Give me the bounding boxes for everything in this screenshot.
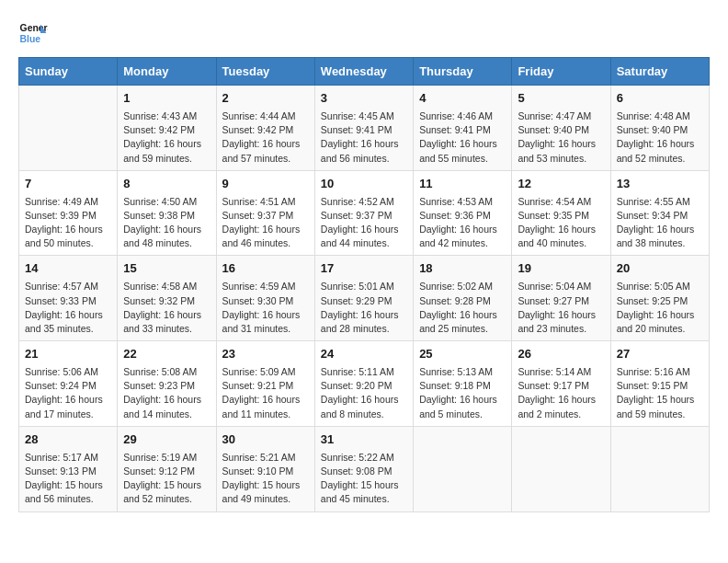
day-number: 7 <box>25 176 111 193</box>
day-number: 10 <box>321 176 407 193</box>
day-number: 19 <box>518 260 604 278</box>
calendar-cell: 12Sunrise: 4:54 AM Sunset: 9:35 PM Dayli… <box>512 170 610 256</box>
calendar-cell: 11Sunrise: 4:53 AM Sunset: 9:36 PM Dayli… <box>414 170 512 256</box>
day-number: 18 <box>419 260 506 278</box>
calendar-cell: 15Sunrise: 4:58 AM Sunset: 9:32 PM Dayli… <box>118 256 216 341</box>
day-info: Sunrise: 4:52 AM Sunset: 9:37 PM Dayligh… <box>321 195 407 251</box>
day-info: Sunrise: 5:14 AM Sunset: 9:17 PM Dayligh… <box>518 365 604 421</box>
calendar-cell: 6Sunrise: 4:48 AM Sunset: 9:40 PM Daylig… <box>610 86 709 171</box>
day-info: Sunrise: 4:54 AM Sunset: 9:35 PM Dayligh… <box>518 195 604 251</box>
calendar-week-row: 7Sunrise: 4:49 AM Sunset: 9:39 PM Daylig… <box>19 170 710 256</box>
calendar-cell: 27Sunrise: 5:16 AM Sunset: 9:15 PM Dayli… <box>610 341 709 427</box>
day-number: 15 <box>123 260 210 278</box>
day-number: 14 <box>25 260 111 278</box>
calendar-cell: 2Sunrise: 4:44 AM Sunset: 9:42 PM Daylig… <box>216 86 314 171</box>
day-number: 17 <box>321 260 407 278</box>
svg-text:Blue: Blue <box>20 34 41 44</box>
day-number: 3 <box>321 90 407 108</box>
day-info: Sunrise: 4:45 AM Sunset: 9:41 PM Dayligh… <box>321 109 407 166</box>
day-number: 12 <box>518 176 604 193</box>
calendar-cell: 14Sunrise: 4:57 AM Sunset: 9:33 PM Dayli… <box>19 256 118 341</box>
calendar-cell: 25Sunrise: 5:13 AM Sunset: 9:18 PM Dayli… <box>414 341 512 427</box>
day-info: Sunrise: 4:51 AM Sunset: 9:37 PM Dayligh… <box>222 195 309 251</box>
day-number: 29 <box>123 431 210 449</box>
day-info: Sunrise: 5:22 AM Sunset: 9:08 PM Dayligh… <box>321 451 407 507</box>
calendar-cell: 24Sunrise: 5:11 AM Sunset: 9:20 PM Dayli… <box>314 341 413 427</box>
day-info: Sunrise: 5:19 AM Sunset: 9:12 PM Dayligh… <box>123 451 210 507</box>
day-info: Sunrise: 5:08 AM Sunset: 9:23 PM Dayligh… <box>123 365 210 421</box>
weekday-header-sunday: Sunday <box>19 58 118 86</box>
day-number: 26 <box>518 346 604 363</box>
day-info: Sunrise: 5:01 AM Sunset: 9:29 PM Dayligh… <box>321 280 407 336</box>
day-number: 25 <box>419 346 506 363</box>
day-info: Sunrise: 5:11 AM Sunset: 9:20 PM Dayligh… <box>321 365 407 421</box>
calendar-cell: 30Sunrise: 5:21 AM Sunset: 9:10 PM Dayli… <box>216 426 314 511</box>
day-number: 22 <box>123 346 210 363</box>
day-info: Sunrise: 5:04 AM Sunset: 9:27 PM Dayligh… <box>518 280 604 336</box>
day-info: Sunrise: 4:50 AM Sunset: 9:38 PM Dayligh… <box>123 195 210 251</box>
day-info: Sunrise: 5:17 AM Sunset: 9:13 PM Dayligh… <box>25 451 111 507</box>
day-number: 24 <box>321 346 407 363</box>
calendar-cell: 18Sunrise: 5:02 AM Sunset: 9:28 PM Dayli… <box>414 256 512 341</box>
weekday-header-monday: Monday <box>118 58 216 86</box>
day-number: 9 <box>222 176 309 193</box>
day-number: 30 <box>222 431 309 449</box>
calendar-cell: 28Sunrise: 5:17 AM Sunset: 9:13 PM Dayli… <box>19 426 118 511</box>
weekday-header-row: SundayMondayTuesdayWednesdayThursdayFrid… <box>19 58 710 86</box>
calendar-cell <box>414 426 512 511</box>
day-info: Sunrise: 5:16 AM Sunset: 9:15 PM Dayligh… <box>617 365 703 421</box>
day-number: 20 <box>617 260 703 278</box>
calendar-cell: 8Sunrise: 4:50 AM Sunset: 9:38 PM Daylig… <box>118 170 216 256</box>
day-info: Sunrise: 4:49 AM Sunset: 9:39 PM Dayligh… <box>25 195 111 251</box>
day-info: Sunrise: 4:46 AM Sunset: 9:41 PM Dayligh… <box>419 109 506 166</box>
calendar-cell: 17Sunrise: 5:01 AM Sunset: 9:29 PM Dayli… <box>314 256 413 341</box>
calendar-cell: 3Sunrise: 4:45 AM Sunset: 9:41 PM Daylig… <box>314 86 413 171</box>
calendar-cell: 20Sunrise: 5:05 AM Sunset: 9:25 PM Dayli… <box>610 256 709 341</box>
calendar-cell: 21Sunrise: 5:06 AM Sunset: 9:24 PM Dayli… <box>19 341 118 427</box>
day-info: Sunrise: 4:58 AM Sunset: 9:32 PM Dayligh… <box>123 280 210 336</box>
calendar-cell: 26Sunrise: 5:14 AM Sunset: 9:17 PM Dayli… <box>512 341 610 427</box>
calendar-cell: 10Sunrise: 4:52 AM Sunset: 9:37 PM Dayli… <box>314 170 413 256</box>
day-info: Sunrise: 4:59 AM Sunset: 9:30 PM Dayligh… <box>222 280 309 336</box>
weekday-header-friday: Friday <box>512 58 610 86</box>
logo-icon: General Blue <box>18 18 48 48</box>
day-number: 21 <box>25 346 111 363</box>
page-header: General Blue <box>18 18 710 48</box>
day-info: Sunrise: 5:06 AM Sunset: 9:24 PM Dayligh… <box>25 365 111 421</box>
day-number: 16 <box>222 260 309 278</box>
calendar-cell: 9Sunrise: 4:51 AM Sunset: 9:37 PM Daylig… <box>216 170 314 256</box>
day-info: Sunrise: 5:13 AM Sunset: 9:18 PM Dayligh… <box>419 365 506 421</box>
day-info: Sunrise: 4:55 AM Sunset: 9:34 PM Dayligh… <box>617 195 703 251</box>
weekday-header-saturday: Saturday <box>610 58 709 86</box>
day-info: Sunrise: 5:21 AM Sunset: 9:10 PM Dayligh… <box>222 451 309 507</box>
calendar-cell: 13Sunrise: 4:55 AM Sunset: 9:34 PM Dayli… <box>610 170 709 256</box>
day-info: Sunrise: 4:43 AM Sunset: 9:42 PM Dayligh… <box>123 109 210 166</box>
day-info: Sunrise: 4:44 AM Sunset: 9:42 PM Dayligh… <box>222 109 309 166</box>
day-info: Sunrise: 5:05 AM Sunset: 9:25 PM Dayligh… <box>617 280 703 336</box>
day-number: 2 <box>222 90 309 108</box>
day-number: 11 <box>419 176 506 193</box>
day-info: Sunrise: 5:02 AM Sunset: 9:28 PM Dayligh… <box>419 280 506 336</box>
calendar-cell: 29Sunrise: 5:19 AM Sunset: 9:12 PM Dayli… <box>118 426 216 511</box>
day-info: Sunrise: 4:48 AM Sunset: 9:40 PM Dayligh… <box>617 109 703 166</box>
day-number: 31 <box>321 431 407 449</box>
day-number: 28 <box>25 431 111 449</box>
calendar-cell: 19Sunrise: 5:04 AM Sunset: 9:27 PM Dayli… <box>512 256 610 341</box>
day-info: Sunrise: 4:47 AM Sunset: 9:40 PM Dayligh… <box>518 109 604 166</box>
calendar-week-row: 28Sunrise: 5:17 AM Sunset: 9:13 PM Dayli… <box>19 426 710 511</box>
calendar-table: SundayMondayTuesdayWednesdayThursdayFrid… <box>18 57 710 512</box>
day-number: 1 <box>123 90 210 108</box>
calendar-cell: 16Sunrise: 4:59 AM Sunset: 9:30 PM Dayli… <box>216 256 314 341</box>
calendar-cell: 1Sunrise: 4:43 AM Sunset: 9:42 PM Daylig… <box>118 86 216 171</box>
day-info: Sunrise: 4:53 AM Sunset: 9:36 PM Dayligh… <box>419 195 506 251</box>
day-number: 8 <box>123 176 210 193</box>
calendar-cell <box>512 426 610 511</box>
calendar-cell <box>19 86 118 171</box>
day-number: 27 <box>617 346 703 363</box>
calendar-cell: 7Sunrise: 4:49 AM Sunset: 9:39 PM Daylig… <box>19 170 118 256</box>
calendar-week-row: 21Sunrise: 5:06 AM Sunset: 9:24 PM Dayli… <box>19 341 710 427</box>
calendar-cell: 4Sunrise: 4:46 AM Sunset: 9:41 PM Daylig… <box>414 86 512 171</box>
day-number: 13 <box>617 176 703 193</box>
day-number: 4 <box>419 90 506 108</box>
calendar-cell: 22Sunrise: 5:08 AM Sunset: 9:23 PM Dayli… <box>118 341 216 427</box>
